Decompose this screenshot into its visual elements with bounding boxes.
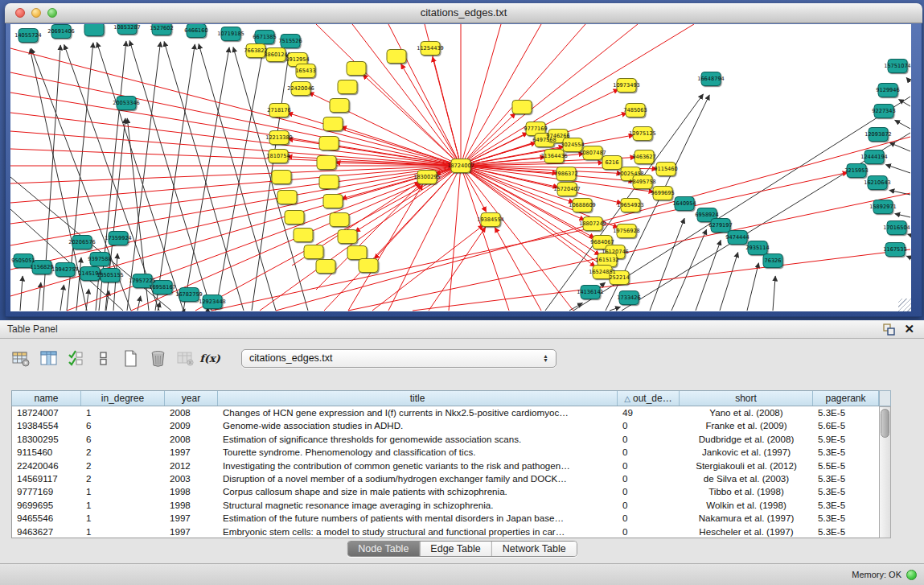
show-columns-button[interactable] (39, 348, 58, 368)
cell-in_degree[interactable]: 2 (81, 472, 165, 485)
cell-in_degree[interactable]: 6 (81, 419, 165, 432)
table-selector[interactable]: citations_edges.txt ▲▼ (241, 349, 556, 368)
tab-edge-table[interactable]: Edge Table (419, 542, 491, 556)
cell-name[interactable]: 22420046 (12, 459, 81, 472)
cell-short[interactable]: Franke et al. (2009) (680, 419, 813, 432)
network-node[interactable] (347, 62, 366, 76)
cell-year[interactable]: 2008 (165, 406, 218, 419)
resize-grip-icon[interactable] (898, 299, 911, 311)
network-node[interactable] (387, 50, 406, 64)
cell-pagerank[interactable]: 5.3E-5 (813, 525, 879, 538)
network-node[interactable] (347, 246, 367, 260)
table-row[interactable]: 946554611997Estimation of the future num… (12, 512, 890, 525)
cell-name[interactable]: 9465546 (12, 512, 81, 525)
cell-year[interactable]: 1997 (165, 446, 218, 459)
network-node[interactable] (512, 101, 532, 114)
new-table-button[interactable] (121, 348, 140, 368)
cell-in_degree[interactable]: 1 (81, 525, 165, 538)
cell-out_degree[interactable]: 0 (618, 419, 680, 432)
cell-year[interactable]: 1998 (165, 485, 218, 498)
table-row[interactable]: 2242004622012Investigating the contribut… (12, 459, 890, 472)
table-row[interactable]: 1830029562008Estimation of significance … (12, 433, 890, 446)
cell-out_degree[interactable]: 0 (618, 433, 680, 446)
cell-short[interactable]: Dudbridge et al. (2008) (680, 433, 813, 446)
network-node[interactable] (319, 175, 339, 189)
column-header-name[interactable]: name (12, 391, 81, 406)
cell-name[interactable]: 19384554 (12, 419, 81, 432)
table-row[interactable]: 977716911998Corpus callosum shape and si… (12, 485, 890, 498)
cell-out_degree[interactable]: 0 (618, 485, 680, 498)
delete-table-button[interactable] (148, 348, 167, 368)
cell-in_degree[interactable]: 1 (81, 512, 165, 525)
network-node[interactable] (84, 24, 104, 36)
column-header-title[interactable]: title (218, 391, 618, 406)
cell-pagerank[interactable]: 5.3E-5 (813, 406, 879, 419)
column-header-in_degree[interactable]: in_degree (81, 391, 165, 406)
network-node[interactable] (330, 99, 349, 113)
zoom-window-icon[interactable] (47, 8, 57, 18)
network-node[interactable] (304, 245, 323, 259)
cell-year[interactable]: 2012 (165, 459, 218, 472)
cell-out_degree[interactable]: 0 (618, 499, 680, 512)
cell-name[interactable]: 9699695 (12, 499, 81, 512)
network-node[interactable] (330, 213, 349, 227)
minimize-window-icon[interactable] (31, 8, 41, 18)
column-header-short[interactable]: short (680, 391, 813, 406)
column-header-pagerank[interactable]: pagerank (813, 391, 879, 406)
cell-in_degree[interactable]: 6 (81, 433, 165, 446)
table-row[interactable]: 911546021997Tourette syndrome. Phenomeno… (12, 446, 890, 459)
cell-pagerank[interactable]: 5.3E-5 (813, 512, 879, 525)
cell-title[interactable]: Estimation of the future numbers of pati… (218, 512, 618, 525)
memory-ok-icon[interactable] (906, 570, 917, 580)
tab-network-table[interactable]: Network Table (491, 542, 577, 556)
column-header-year[interactable]: year (165, 391, 218, 406)
cell-out_degree[interactable]: 0 (618, 472, 680, 485)
cell-short[interactable]: Yano et al. (2008) (680, 406, 813, 419)
cell-short[interactable]: Hescheler et al. (1997) (680, 525, 813, 538)
cell-in_degree[interactable]: 1 (81, 485, 165, 498)
cell-pagerank[interactable]: 5.3E-5 (813, 446, 879, 459)
cell-name[interactable]: 9463627 (12, 525, 81, 538)
network-node[interactable] (277, 191, 297, 204)
cell-out_degree[interactable]: 0 (618, 446, 680, 459)
cell-year[interactable]: 2009 (165, 419, 218, 432)
cell-short[interactable]: Stergiakouli et al. (2012) (680, 459, 813, 472)
cell-year[interactable]: 2003 (165, 472, 218, 485)
cell-title[interactable]: Tourette syndrome. Phenomenology and cla… (218, 446, 618, 459)
column-header-out_degree[interactable]: △out_de… (618, 391, 680, 406)
cell-title[interactable]: Embryonic stem cells: a model to study s… (218, 525, 618, 538)
cell-out_degree[interactable]: 49 (618, 406, 680, 419)
close-panel-icon[interactable]: ✕ (904, 322, 914, 336)
cell-title[interactable]: Structural magnetic resonance image aver… (218, 499, 618, 512)
network-node[interactable] (323, 117, 343, 131)
cell-short[interactable]: Wolkin et al. (1998) (680, 499, 813, 512)
table-row[interactable]: 1872400712008Changes of HCN gene express… (12, 406, 890, 419)
network-graph[interactable]: 1405572420691406108532871527602646616010… (10, 24, 911, 311)
float-panel-icon[interactable] (883, 323, 895, 336)
cell-year[interactable]: 1997 (165, 512, 218, 525)
cell-title[interactable]: Disruption of a novel member of a sodium… (218, 472, 618, 485)
network-node[interactable] (338, 80, 357, 94)
function-builder-button[interactable]: f(x) (203, 348, 222, 368)
close-window-icon[interactable] (15, 8, 25, 18)
network-canvas[interactable]: 1405572420691406108532871527602646616010… (10, 24, 911, 311)
cell-short[interactable]: Jankovic et al. (1997) (680, 446, 813, 459)
cell-title[interactable]: Investigating the contribution of common… (218, 459, 618, 472)
cell-in_degree[interactable]: 2 (81, 446, 165, 459)
network-window[interactable]: citations_edges.txt 14055724206914061085… (5, 3, 922, 317)
network-node[interactable] (323, 195, 343, 208)
cell-title[interactable]: Estimation of significance thresholds fo… (218, 433, 618, 446)
cell-pagerank[interactable]: 5.3E-5 (813, 499, 879, 512)
cell-name[interactable]: 14569117 (12, 472, 81, 485)
cell-pagerank[interactable]: 5.3E-5 (813, 472, 879, 485)
cell-short[interactable]: de Silva et al. (2003) (680, 472, 813, 485)
network-node[interactable] (359, 259, 378, 273)
cell-year[interactable]: 1998 (165, 499, 218, 512)
cell-title[interactable]: Changes of HCN gene expression and I(f) … (218, 406, 618, 419)
network-node[interactable] (316, 260, 335, 274)
table-row[interactable]: 1938455462009Genome-wide association stu… (12, 419, 890, 432)
row-height-button[interactable] (93, 348, 113, 368)
network-node[interactable] (319, 137, 339, 150)
cell-in_degree[interactable]: 1 (81, 499, 165, 512)
cell-pagerank[interactable]: 5.3E-5 (813, 485, 879, 498)
